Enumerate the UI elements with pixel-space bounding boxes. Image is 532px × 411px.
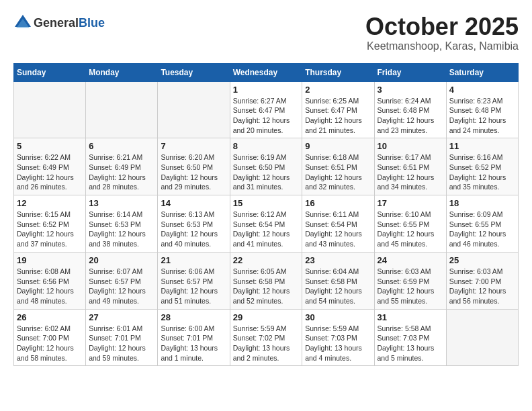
- calendar-cell: 26Sunrise: 6:02 AMSunset: 7:00 PMDayligh…: [14, 309, 86, 366]
- calendar-cell: 14Sunrise: 6:13 AMSunset: 6:53 PMDayligh…: [158, 195, 230, 253]
- calendar-cell: 23Sunrise: 6:04 AMSunset: 6:58 PMDayligh…: [302, 252, 374, 309]
- day-info: Sunrise: 6:03 AMSunset: 7:00 PMDaylight:…: [449, 267, 515, 306]
- month-title: October 2025: [365, 13, 519, 40]
- location: Keetmanshoop, Karas, Namibia: [365, 40, 519, 52]
- day-info: Sunrise: 6:13 AMSunset: 6:53 PMDaylight:…: [161, 210, 226, 249]
- day-info: Sunrise: 6:20 AMSunset: 6:50 PMDaylight:…: [161, 152, 226, 192]
- day-number: 1: [233, 85, 300, 95]
- calendar-cell: 12Sunrise: 6:15 AMSunset: 6:52 PMDayligh…: [14, 195, 86, 253]
- day-info: Sunrise: 6:25 AMSunset: 6:47 PMDaylight:…: [305, 96, 371, 136]
- calendar-cell: 11Sunrise: 6:16 AMSunset: 6:52 PMDayligh…: [446, 138, 518, 195]
- calendar-cell: 21Sunrise: 6:06 AMSunset: 6:57 PMDayligh…: [158, 252, 230, 309]
- day-info: Sunrise: 6:14 AMSunset: 6:53 PMDaylight:…: [89, 210, 154, 249]
- day-info: Sunrise: 6:19 AMSunset: 6:50 PMDaylight:…: [233, 152, 300, 192]
- logo-blue: Blue: [79, 16, 105, 30]
- day-number: 3: [378, 85, 443, 95]
- calendar-cell: 8Sunrise: 6:19 AMSunset: 6:50 PMDaylight…: [230, 138, 302, 195]
- day-number: 30: [305, 312, 371, 322]
- day-info: Sunrise: 6:15 AMSunset: 6:52 PMDaylight:…: [17, 210, 83, 249]
- calendar-cell: 6Sunrise: 6:21 AMSunset: 6:49 PMDaylight…: [86, 138, 158, 195]
- day-number: 31: [378, 312, 443, 322]
- calendar-cell: 5Sunrise: 6:22 AMSunset: 6:49 PMDaylight…: [14, 138, 86, 195]
- calendar-cell: [158, 81, 230, 138]
- title-block: October 2025 Keetmanshoop, Karas, Namibi…: [365, 13, 519, 52]
- day-info: Sunrise: 6:17 AMSunset: 6:51 PMDaylight:…: [378, 152, 443, 192]
- calendar-cell: 24Sunrise: 6:03 AMSunset: 6:59 PMDayligh…: [374, 252, 446, 309]
- logo-icon: [13, 13, 32, 32]
- calendar-week-row: 19Sunrise: 6:08 AMSunset: 6:56 PMDayligh…: [14, 252, 519, 309]
- weekday-header: Thursday: [302, 63, 374, 81]
- day-number: 24: [378, 255, 443, 265]
- day-number: 13: [89, 198, 154, 208]
- day-number: 15: [233, 198, 300, 208]
- calendar-cell: 9Sunrise: 6:18 AMSunset: 6:51 PMDaylight…: [302, 138, 374, 195]
- day-info: Sunrise: 6:12 AMSunset: 6:54 PMDaylight:…: [233, 210, 300, 249]
- calendar-cell: 10Sunrise: 6:17 AMSunset: 6:51 PMDayligh…: [374, 138, 446, 195]
- day-info: Sunrise: 5:59 AMSunset: 7:03 PMDaylight:…: [305, 324, 371, 363]
- day-info: Sunrise: 6:03 AMSunset: 6:59 PMDaylight:…: [378, 267, 443, 306]
- logo-text: GeneralBlue: [34, 16, 105, 30]
- calendar-week-row: 1Sunrise: 6:27 AMSunset: 6:47 PMDaylight…: [14, 81, 519, 138]
- calendar-cell: 1Sunrise: 6:27 AMSunset: 6:47 PMDaylight…: [230, 81, 302, 138]
- calendar-cell: 15Sunrise: 6:12 AMSunset: 6:54 PMDayligh…: [230, 195, 302, 253]
- day-number: 21: [161, 255, 226, 265]
- calendar-week-row: 26Sunrise: 6:02 AMSunset: 7:00 PMDayligh…: [14, 309, 519, 366]
- calendar-cell: 19Sunrise: 6:08 AMSunset: 6:56 PMDayligh…: [14, 252, 86, 309]
- day-info: Sunrise: 6:11 AMSunset: 6:54 PMDaylight:…: [305, 210, 371, 249]
- calendar-week-row: 5Sunrise: 6:22 AMSunset: 6:49 PMDaylight…: [14, 138, 519, 195]
- day-number: 28: [161, 312, 226, 322]
- day-info: Sunrise: 6:05 AMSunset: 6:58 PMDaylight:…: [233, 267, 300, 306]
- calendar-cell: 31Sunrise: 5:58 AMSunset: 7:03 PMDayligh…: [374, 309, 446, 366]
- day-number: 17: [378, 198, 443, 208]
- day-number: 22: [233, 255, 300, 265]
- day-info: Sunrise: 6:06 AMSunset: 6:57 PMDaylight:…: [161, 267, 226, 306]
- weekday-header: Sunday: [14, 63, 86, 81]
- calendar-cell: 17Sunrise: 6:10 AMSunset: 6:55 PMDayligh…: [374, 195, 446, 253]
- weekday-header: Saturday: [446, 63, 518, 81]
- weekday-header: Wednesday: [230, 63, 302, 81]
- calendar-cell: 25Sunrise: 6:03 AMSunset: 7:00 PMDayligh…: [446, 252, 518, 309]
- calendar-cell: 16Sunrise: 6:11 AMSunset: 6:54 PMDayligh…: [302, 195, 374, 253]
- day-info: Sunrise: 6:02 AMSunset: 7:00 PMDaylight:…: [17, 324, 83, 363]
- calendar-cell: 29Sunrise: 5:59 AMSunset: 7:02 PMDayligh…: [230, 309, 302, 366]
- day-info: Sunrise: 6:27 AMSunset: 6:47 PMDaylight:…: [233, 96, 300, 136]
- day-number: 18: [449, 198, 515, 208]
- page-header: GeneralBlue October 2025 Keetmanshoop, K…: [13, 13, 519, 52]
- weekday-header-row: SundayMondayTuesdayWednesdayThursdayFrid…: [14, 63, 519, 81]
- logo: GeneralBlue: [13, 13, 105, 32]
- day-number: 2: [305, 85, 371, 95]
- day-number: 11: [449, 141, 515, 151]
- day-info: Sunrise: 6:10 AMSunset: 6:55 PMDaylight:…: [378, 210, 443, 249]
- day-info: Sunrise: 6:07 AMSunset: 6:57 PMDaylight:…: [89, 267, 154, 306]
- day-number: 5: [17, 141, 83, 151]
- day-number: 14: [161, 198, 226, 208]
- day-number: 4: [449, 85, 515, 95]
- day-number: 8: [233, 141, 300, 151]
- calendar-cell: [86, 81, 158, 138]
- day-info: Sunrise: 6:18 AMSunset: 6:51 PMDaylight:…: [305, 152, 371, 192]
- calendar-cell: [14, 81, 86, 138]
- calendar-cell: 18Sunrise: 6:09 AMSunset: 6:55 PMDayligh…: [446, 195, 518, 253]
- calendar-cell: 27Sunrise: 6:01 AMSunset: 7:01 PMDayligh…: [86, 309, 158, 366]
- day-number: 25: [449, 255, 515, 265]
- weekday-header: Tuesday: [158, 63, 230, 81]
- calendar-cell: 3Sunrise: 6:24 AMSunset: 6:48 PMDaylight…: [374, 81, 446, 138]
- calendar-cell: 13Sunrise: 6:14 AMSunset: 6:53 PMDayligh…: [86, 195, 158, 253]
- day-info: Sunrise: 6:16 AMSunset: 6:52 PMDaylight:…: [449, 152, 515, 192]
- day-number: 9: [305, 141, 371, 151]
- logo-general: General: [34, 16, 79, 30]
- day-number: 27: [89, 312, 154, 322]
- day-number: 19: [17, 255, 83, 265]
- day-number: 12: [17, 198, 83, 208]
- day-info: Sunrise: 6:24 AMSunset: 6:48 PMDaylight:…: [378, 96, 443, 136]
- weekday-header: Monday: [86, 63, 158, 81]
- calendar-cell: 7Sunrise: 6:20 AMSunset: 6:50 PMDaylight…: [158, 138, 230, 195]
- day-info: Sunrise: 6:00 AMSunset: 7:01 PMDaylight:…: [161, 324, 226, 363]
- calendar-cell: 20Sunrise: 6:07 AMSunset: 6:57 PMDayligh…: [86, 252, 158, 309]
- day-number: 10: [378, 141, 443, 151]
- calendar-cell: 4Sunrise: 6:23 AMSunset: 6:48 PMDaylight…: [446, 81, 518, 138]
- calendar-cell: 30Sunrise: 5:59 AMSunset: 7:03 PMDayligh…: [302, 309, 374, 366]
- day-info: Sunrise: 6:01 AMSunset: 7:01 PMDaylight:…: [89, 324, 154, 363]
- day-info: Sunrise: 5:58 AMSunset: 7:03 PMDaylight:…: [378, 324, 443, 363]
- calendar-cell: 22Sunrise: 6:05 AMSunset: 6:58 PMDayligh…: [230, 252, 302, 309]
